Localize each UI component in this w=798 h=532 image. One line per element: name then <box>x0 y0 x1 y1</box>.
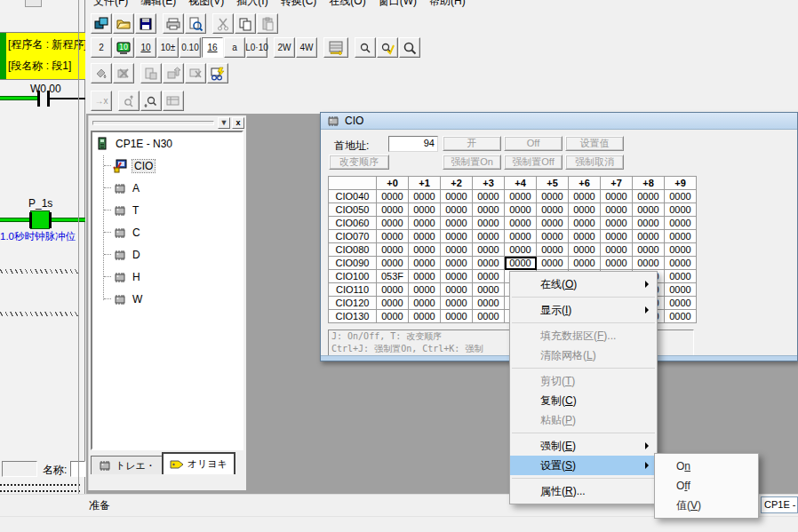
off-button[interactable]: Off <box>504 136 563 151</box>
watch-window-button[interactable] <box>163 91 184 111</box>
mem-cell-CIO060-+0[interactable]: 0000 <box>377 217 409 230</box>
mem-cell-CIO050-+4[interactable]: 0000 <box>505 203 537 217</box>
mem-cell-CIO040-+3[interactable]: 0000 <box>473 190 505 203</box>
mem-cell-CIO090-+0[interactable]: 0000 <box>377 257 409 270</box>
tree-item-c[interactable]: C <box>92 221 242 243</box>
mem-cell-CIO060-+2[interactable]: 0000 <box>441 217 473 230</box>
mem-cell-CIO100-+2[interactable]: 0000 <box>441 270 473 283</box>
mem-cell-CIO080-+1[interactable]: 0000 <box>409 243 441 257</box>
change-order-button[interactable]: 改变顺序 <box>329 155 389 170</box>
menu-item[interactable]: 插入(I) <box>236 0 267 7</box>
row-header-CIO100[interactable]: CIO100 <box>329 270 377 283</box>
menu-item[interactable]: 在线(O) <box>329 0 365 7</box>
mem-cell-CIO090-+7[interactable]: 0000 <box>601 257 633 270</box>
bottom-tab-2[interactable]: オリヨキ <box>162 452 235 474</box>
row-header-CIO060[interactable]: CIO060 <box>329 217 377 230</box>
corner-header[interactable] <box>329 177 377 190</box>
mem-cell-CIO100-+3[interactable]: 0000 <box>473 270 505 283</box>
submenu-item-on[interactable]: On <box>655 457 758 476</box>
mem-cell-CIO080-+5[interactable]: 0000 <box>537 243 569 257</box>
col-header-plus0[interactable]: +0 <box>377 177 409 190</box>
zoom-out-button[interactable] <box>140 91 162 111</box>
mem-cell-CIO040-+4[interactable]: 0000 <box>505 190 537 203</box>
mem-cell-CIO060-+4[interactable]: 0000 <box>505 217 537 230</box>
mem-cell-CIO070-+8[interactable]: 0000 <box>633 230 665 243</box>
address-increment-button[interactable] <box>323 37 348 58</box>
menu-item[interactable]: 编辑(E) <box>140 0 176 7</box>
force-cancel-button[interactable]: 强制取消 <box>565 155 624 170</box>
mem-cell-CIO070-+5[interactable]: 0000 <box>537 230 569 243</box>
mem-cell-CIO040-+0[interactable]: 0000 <box>377 190 409 203</box>
mem-cell-CIO130-+9[interactable]: 0000 <box>665 310 697 323</box>
find-button[interactable] <box>355 37 376 58</box>
mem-cell-CIO070-+6[interactable]: 0000 <box>569 230 601 243</box>
mem-cell-CIO050-+0[interactable]: 0000 <box>377 203 409 217</box>
mem-cell-CIO080-+4[interactable]: 0000 <box>505 243 537 257</box>
mem-cell-CIO130-+2[interactable]: 0000 <box>441 310 473 323</box>
context-menu-item-填充数据区f[interactable]: 填充数据区(F)... <box>510 326 657 345</box>
mem-cell-CIO110-+3[interactable]: 0000 <box>473 283 505 297</box>
row-header-CIO110[interactable]: CIO110 <box>329 283 377 297</box>
submenu-item-off[interactable]: Off <box>655 476 758 496</box>
print-preview-button[interactable] <box>185 13 206 34</box>
set-value-button[interactable]: 设置值 <box>565 136 624 151</box>
mem-cell-CIO070-+3[interactable]: 0000 <box>473 230 505 243</box>
mem-cell-CIO090-+6[interactable]: 0000 <box>569 257 601 270</box>
two-word-button[interactable]: 2W <box>274 37 295 58</box>
row-header-CIO080[interactable]: CIO080 <box>329 243 377 257</box>
mem-cell-CIO040-+9[interactable]: 0000 <box>665 190 697 203</box>
mem-cell-CIO040-+7[interactable]: 0000 <box>601 190 633 203</box>
memory-window-titlebar[interactable]: CIO <box>321 113 797 130</box>
tree-root-plc[interactable]: CP1E - N30 <box>92 132 242 155</box>
mem-cell-CIO080-+6[interactable]: 0000 <box>569 243 601 257</box>
zoom-in-button[interactable] <box>118 91 140 111</box>
name-input[interactable] <box>70 461 85 477</box>
on-button[interactable]: 开 <box>443 136 501 151</box>
mem-cell-CIO120-+2[interactable]: 0000 <box>441 297 473 310</box>
mem-cell-CIO060-+8[interactable]: 0000 <box>633 217 665 230</box>
menu-item[interactable]: 文件(F) <box>93 0 128 7</box>
submenu-item-值v[interactable]: 值(V) <box>655 496 758 515</box>
context-menu-item-设置s[interactable]: 设置(S) <box>510 456 657 475</box>
mem-cell-CIO120-+9[interactable]: 0000 <box>665 297 697 310</box>
context-menu-item-剪切t[interactable]: 剪切(T) <box>510 371 657 391</box>
row-header-CIO040[interactable]: CIO040 <box>329 190 377 203</box>
float-format-button[interactable]: 0.10 <box>180 37 201 58</box>
tree-item-cio[interactable]: CIO <box>92 155 242 177</box>
tree-item-h[interactable]: H <box>92 266 242 288</box>
zoom-button[interactable] <box>399 37 420 58</box>
start-address-input[interactable]: 94 <box>388 136 438 152</box>
mem-cell-CIO070-+4[interactable]: 0000 <box>505 230 537 243</box>
mem-cell-CIO100-+1[interactable]: 0000 <box>409 270 441 283</box>
mem-cell-CIO050-+3[interactable]: 0000 <box>473 203 505 217</box>
chevron-down-icon[interactable]: ▼ <box>218 117 230 129</box>
col-header-plus8[interactable]: +8 <box>633 177 665 190</box>
tree-item-w[interactable]: W <box>92 288 242 310</box>
mem-cell-CIO080-+3[interactable]: 0000 <box>473 243 505 257</box>
binary-format-button[interactable]: 2 <box>91 37 112 58</box>
cascade-windows-button[interactable] <box>91 13 112 34</box>
row-header-CIO120[interactable]: CIO120 <box>329 297 377 310</box>
col-header-plus3[interactable]: +3 <box>473 177 505 190</box>
decimal-format-button[interactable]: 10 <box>135 37 156 58</box>
mem-cell-CIO100-+9[interactable]: 0000 <box>665 270 697 283</box>
mem-cell-CIO090-+1[interactable]: 0000 <box>409 257 441 270</box>
transfer-from-plc-button[interactable] <box>163 63 184 83</box>
save-button[interactable] <box>135 13 156 34</box>
cut-button[interactable] <box>212 13 234 34</box>
context-menu-item-复制c[interactable]: 复制(C) <box>510 391 657 410</box>
context-menu-item-强制e[interactable]: 强制(E) <box>510 436 657 456</box>
mem-cell-CIO080-+9[interactable]: 0000 <box>665 243 697 257</box>
mem-cell-CIO110-+0[interactable]: 0000 <box>377 283 409 297</box>
mem-cell-CIO060-+6[interactable]: 0000 <box>569 217 601 230</box>
bottom-tab-1[interactable]: トレエ・ <box>91 456 163 474</box>
col-header-plus2[interactable]: +2 <box>441 177 473 190</box>
open-project-button[interactable] <box>113 13 134 34</box>
col-header-plus4[interactable]: +4 <box>505 177 537 190</box>
mem-cell-CIO070-+7[interactable]: 0000 <box>601 230 633 243</box>
mem-cell-CIO060-+7[interactable]: 0000 <box>601 217 633 230</box>
context-menu-item-在线o[interactable]: 在线(O) <box>510 274 657 294</box>
mem-cell-CIO060-+1[interactable]: 0000 <box>409 217 441 230</box>
mem-cell-CIO040-+8[interactable]: 0000 <box>633 190 665 203</box>
mem-cell-CIO130-+0[interactable]: 0000 <box>377 310 409 323</box>
